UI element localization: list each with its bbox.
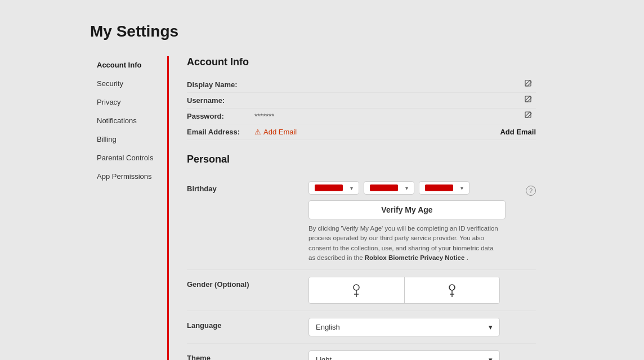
edit-password-button[interactable] (521, 110, 536, 122)
birthday-day-select[interactable]: ▾ (364, 181, 414, 195)
chevron-down-icon: ▾ (489, 356, 493, 360)
language-value: English (316, 323, 340, 331)
sidebar-item-security[interactable]: Security (90, 75, 167, 92)
birthday-info-icon[interactable]: ? (526, 186, 536, 196)
warning-icon: ⚠ (254, 128, 261, 136)
female-icon (446, 283, 458, 298)
biometric-link[interactable]: Roblox Biometric Privacy Notice (365, 254, 465, 261)
chevron-down-icon: ▾ (350, 185, 353, 191)
edit-icon (525, 96, 533, 104)
add-email-link[interactable]: ⚠ Add Email (254, 128, 297, 136)
birthday-year-value (425, 184, 453, 191)
gender-button-group (308, 277, 500, 304)
gender-label: Gender (Optional) (187, 277, 299, 289)
email-label: Email Address: (187, 128, 254, 136)
verify-description: By clicking 'Verify My Age' you will be … (308, 224, 500, 263)
account-info-section: Account Info Display Name: (187, 56, 536, 140)
birthday-row: Birthday ▾ ▾ (187, 174, 536, 270)
sidebar-item-billing[interactable]: Billing (90, 130, 167, 148)
username-label: Username: (187, 96, 254, 105)
birthday-year-select[interactable]: ▾ (419, 181, 469, 195)
username-row: Username: (187, 93, 536, 109)
sidebar-item-app-permissions[interactable]: App Permissions (90, 168, 167, 185)
language-dropdown[interactable]: English ▾ (308, 318, 500, 336)
add-email-right-button[interactable]: Add Email (500, 128, 536, 136)
display-name-label: Display Name: (187, 80, 254, 89)
male-icon (350, 283, 363, 298)
svg-point-3 (354, 285, 359, 290)
birthday-controls: ▾ ▾ ▾ Verify My Age (308, 181, 506, 263)
main-content: Account Info Display Name: (169, 56, 554, 360)
birthday-day-value (370, 184, 398, 191)
chevron-down-icon: ▾ (489, 323, 493, 331)
birthday-selects: ▾ ▾ ▾ (308, 181, 506, 195)
edit-icon (525, 80, 533, 88)
display-name-row: Display Name: (187, 77, 536, 93)
password-label: Password: (187, 112, 254, 120)
add-email-link-text: Add Email (263, 128, 297, 136)
theme-controls: Light ▾ (308, 350, 536, 360)
email-value: ⚠ Add Email (254, 128, 536, 136)
language-row: Language English ▾ (187, 311, 536, 344)
page-title: My Settings (90, 22, 554, 40)
sidebar: Account Info Security Privacy Notificati… (90, 56, 169, 360)
theme-value: Light (316, 356, 332, 360)
gender-female-button[interactable] (405, 277, 500, 303)
email-row: Email Address: ⚠ Add Email Add Email (187, 124, 536, 140)
personal-title: Personal (187, 154, 536, 165)
verify-age-button[interactable]: Verify My Age (308, 200, 506, 219)
gender-male-button[interactable] (309, 277, 405, 303)
edit-username-button[interactable] (521, 94, 536, 106)
sidebar-item-parental-controls[interactable]: Parental Controls (90, 149, 167, 166)
gender-row: Gender (Optional) (187, 270, 536, 311)
theme-label: Theme (187, 350, 299, 360)
language-label: Language (187, 318, 299, 330)
sidebar-item-privacy[interactable]: Privacy (90, 93, 167, 111)
personal-section: Personal Birthday ▾ ▾ (187, 154, 536, 360)
chevron-down-icon: ▾ (405, 185, 408, 191)
sidebar-item-account-info[interactable]: Account Info (90, 56, 167, 74)
theme-row: Theme Light ▾ (187, 344, 536, 360)
language-controls: English ▾ (308, 318, 536, 336)
sidebar-item-notifications[interactable]: Notifications (90, 112, 167, 129)
birthday-month-select[interactable]: ▾ (308, 181, 359, 195)
theme-dropdown[interactable]: Light ▾ (308, 350, 500, 360)
birthday-month-value (315, 184, 343, 191)
password-value: ******* (254, 112, 536, 120)
edit-icon (525, 111, 533, 119)
chevron-down-icon: ▾ (460, 185, 463, 191)
account-info-title: Account Info (187, 56, 536, 68)
edit-display-name-button[interactable] (521, 79, 536, 91)
password-row: Password: ******* (187, 109, 536, 124)
birthday-label: Birthday (187, 181, 299, 193)
gender-controls (308, 277, 536, 304)
